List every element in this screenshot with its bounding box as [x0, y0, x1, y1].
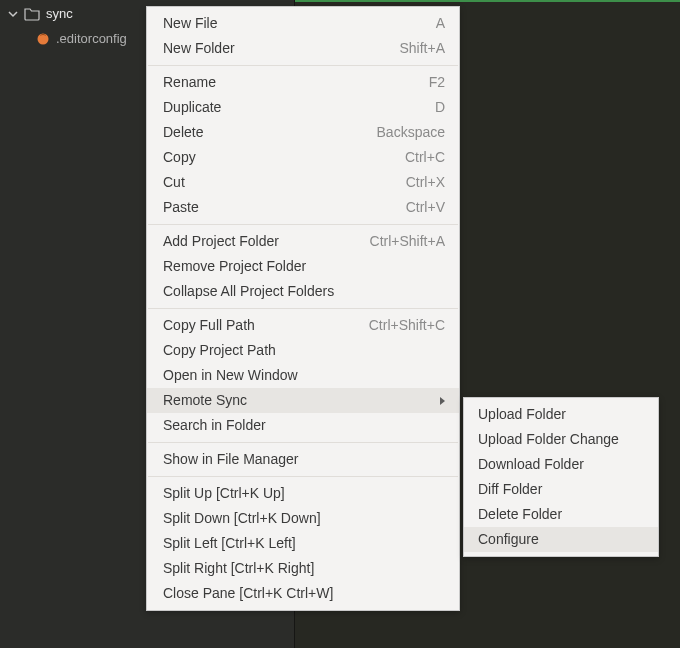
- menu-separator: [148, 65, 458, 66]
- submenu-item[interactable]: Upload Folder Change: [464, 427, 658, 452]
- menu-item-label: Close Pane [Ctrl+K Ctrl+W]: [163, 584, 333, 603]
- submenu-item[interactable]: Configure: [464, 527, 658, 552]
- menu-item-label: Split Up [Ctrl+K Up]: [163, 484, 285, 503]
- menu-separator: [148, 442, 458, 443]
- submenu-item[interactable]: Upload Folder: [464, 402, 658, 427]
- submenu-item-label: Upload Folder Change: [478, 430, 619, 449]
- menu-separator: [148, 476, 458, 477]
- editorconfig-icon: [36, 32, 50, 46]
- menu-item-shortcut: Ctrl+X: [406, 173, 445, 192]
- menu-item-shortcut: Shift+A: [399, 39, 445, 58]
- menu-item[interactable]: Close Pane [Ctrl+K Ctrl+W]: [147, 581, 459, 606]
- menu-item-label: New Folder: [163, 39, 235, 58]
- folder-icon: [24, 7, 40, 21]
- svg-point-0: [38, 33, 49, 44]
- submenu-arrow-icon: [440, 397, 445, 405]
- menu-item-label: Add Project Folder: [163, 232, 279, 251]
- menu-item-shortcut: D: [435, 98, 445, 117]
- menu-separator: [148, 224, 458, 225]
- menu-item-label: New File: [163, 14, 217, 33]
- submenu-item-label: Delete Folder: [478, 505, 562, 524]
- menu-item-label: Split Right [Ctrl+K Right]: [163, 559, 314, 578]
- menu-item-label: Delete: [163, 123, 203, 142]
- submenu-item[interactable]: Delete Folder: [464, 502, 658, 527]
- menu-item[interactable]: DuplicateD: [147, 95, 459, 120]
- menu-item-label: Search in Folder: [163, 416, 266, 435]
- menu-item-label: Open in New Window: [163, 366, 298, 385]
- menu-item[interactable]: New FolderShift+A: [147, 36, 459, 61]
- menu-item[interactable]: Split Down [Ctrl+K Down]: [147, 506, 459, 531]
- menu-item-label: Copy Project Path: [163, 341, 276, 360]
- submenu-item[interactable]: Download Folder: [464, 452, 658, 477]
- menu-item[interactable]: Collapse All Project Folders: [147, 279, 459, 304]
- submenu-item-label: Diff Folder: [478, 480, 542, 499]
- menu-item[interactable]: Remote Sync: [147, 388, 459, 413]
- file-name: .editorconfig: [56, 31, 127, 46]
- menu-item-label: Remove Project Folder: [163, 257, 306, 276]
- menu-item-label: Show in File Manager: [163, 450, 298, 469]
- menu-item[interactable]: Add Project FolderCtrl+Shift+A: [147, 229, 459, 254]
- menu-item[interactable]: PasteCtrl+V: [147, 195, 459, 220]
- menu-item[interactable]: DeleteBackspace: [147, 120, 459, 145]
- menu-item-shortcut: Ctrl+Shift+A: [370, 232, 445, 251]
- menu-item-shortcut: Backspace: [377, 123, 445, 142]
- menu-item-label: Duplicate: [163, 98, 221, 117]
- submenu-item[interactable]: Diff Folder: [464, 477, 658, 502]
- menu-item[interactable]: Search in Folder: [147, 413, 459, 438]
- menu-item[interactable]: Split Right [Ctrl+K Right]: [147, 556, 459, 581]
- menu-item-shortcut: Ctrl+C: [405, 148, 445, 167]
- menu-item[interactable]: Split Up [Ctrl+K Up]: [147, 481, 459, 506]
- menu-item-shortcut: Ctrl+V: [406, 198, 445, 217]
- submenu-remote-sync: Upload FolderUpload Folder ChangeDownloa…: [463, 397, 659, 557]
- context-menu: New FileANew FolderShift+ARenameF2Duplic…: [146, 6, 460, 611]
- menu-item-shortcut: A: [436, 14, 445, 33]
- menu-item[interactable]: Split Left [Ctrl+K Left]: [147, 531, 459, 556]
- menu-item[interactable]: RenameF2: [147, 70, 459, 95]
- submenu-item-label: Download Folder: [478, 455, 584, 474]
- submenu-item-label: Upload Folder: [478, 405, 566, 424]
- menu-item[interactable]: CopyCtrl+C: [147, 145, 459, 170]
- menu-item-shortcut: F2: [429, 73, 445, 92]
- menu-item[interactable]: New FileA: [147, 11, 459, 36]
- chevron-down-icon: [8, 9, 18, 19]
- menu-item-label: Copy: [163, 148, 196, 167]
- menu-separator: [148, 308, 458, 309]
- menu-item[interactable]: Remove Project Folder: [147, 254, 459, 279]
- menu-item[interactable]: Show in File Manager: [147, 447, 459, 472]
- menu-item-label: Split Down [Ctrl+K Down]: [163, 509, 321, 528]
- menu-item-label: Copy Full Path: [163, 316, 255, 335]
- menu-item-label: Collapse All Project Folders: [163, 282, 334, 301]
- submenu-item-label: Configure: [478, 530, 539, 549]
- menu-item-label: Cut: [163, 173, 185, 192]
- menu-item-shortcut: Ctrl+Shift+C: [369, 316, 445, 335]
- menu-item-label: Paste: [163, 198, 199, 217]
- menu-item-label: Remote Sync: [163, 391, 247, 410]
- menu-item-label: Rename: [163, 73, 216, 92]
- menu-item[interactable]: CutCtrl+X: [147, 170, 459, 195]
- menu-item[interactable]: Copy Project Path: [147, 338, 459, 363]
- project-name: sync: [46, 6, 73, 21]
- menu-item[interactable]: Copy Full PathCtrl+Shift+C: [147, 313, 459, 338]
- menu-item-label: Split Left [Ctrl+K Left]: [163, 534, 296, 553]
- menu-item[interactable]: Open in New Window: [147, 363, 459, 388]
